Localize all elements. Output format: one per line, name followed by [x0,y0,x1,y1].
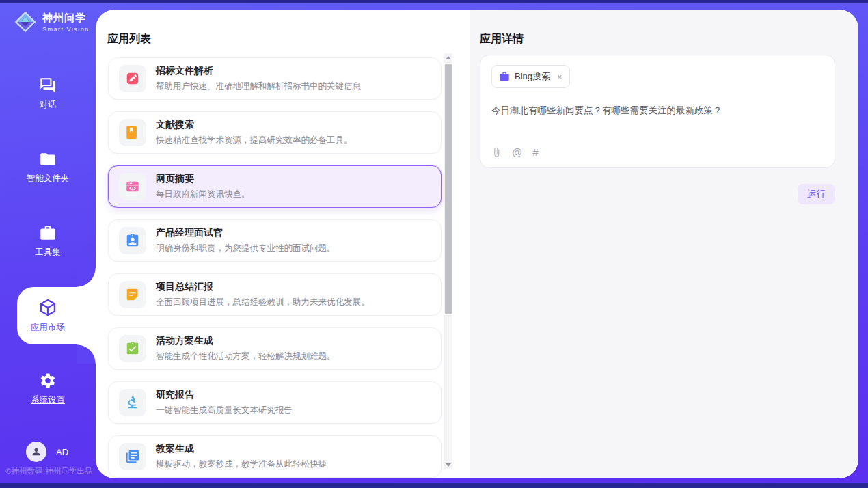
sidebar-item-settings[interactable]: 系统设置 [0,368,96,410]
app-item-description: 智能生成个性化活动方案，轻松解决规划难题。 [156,351,336,362]
document-edit-icon [119,65,146,92]
sidebar-item-toolset[interactable]: 工具集 [0,220,96,262]
app-logo: 神州问学 Smart Vision [14,10,90,33]
tool-tag-bing-search[interactable]: Bing搜索 × [491,65,570,88]
app-item-research-report[interactable]: 研究报告 一键智能生成高质量长文本研究报告 [108,381,442,424]
app-detail-title: 应用详情 [480,32,524,46]
sidebar-item-chat[interactable]: 对话 [0,72,96,115]
book-icon [119,119,146,146]
user-initials: AD [56,447,68,457]
person-icon [31,446,42,457]
app-item-event-plan[interactable]: 活动方案生成 智能生成个性化活动方案，轻松解决规划难题。 [108,327,442,370]
app-item-description: 模板驱动，教案秒成，教学准备从此轻松快捷 [156,459,327,470]
app-item-title: 教案生成 [156,443,327,455]
prompt-card: Bing搜索 × 今日湖北有哪些新闻要点？有哪些需要关注的最新政策？ @ # [480,55,835,168]
scrollbar-thumb[interactable] [445,64,452,314]
app-item-pm-interviewer[interactable]: 产品经理面试官 明确身份和职责，为您提供专业性的面试问题。 [108,219,442,262]
logo-diamond-icon [14,10,37,33]
app-item-description: 明确身份和职责，为您提供专业性的面试问题。 [156,243,336,254]
bottom-border-bar [0,483,868,488]
app-item-description: 每日政府新闻资讯快查。 [156,189,250,200]
cube-icon [38,298,57,317]
app-item-title: 产品经理面试官 [156,227,336,239]
app-item-title: 研究报告 [156,389,293,401]
app-item-description: 快速精准查找学术资源，提高研究效率的必备工具。 [156,135,353,146]
scroll-up-arrow[interactable] [444,53,452,62]
user-account[interactable]: AD [26,442,68,462]
bubble-notch-bottom [77,344,96,364]
app-list: 招标文件解析 帮助用户快速、准确地理解和解析招标书中的关键信息 文献搜索 快速精… [108,57,442,478]
app-detail-panel: 应用详情 Bing搜索 × 今日湖北有哪些新闻要点？有哪些需要关注的最新政策？ … [470,10,858,478]
briefcase-icon [499,71,510,82]
app-item-project-summary[interactable]: 项目总结汇报 全面回顾项目进展，总结经验教训，助力未来优化发展。 [108,273,442,316]
app-item-bid-document-parsing[interactable]: 招标文件解析 帮助用户快速、准确地理解和解析招标书中的关键信息 [108,57,442,100]
app-item-title: 活动方案生成 [156,335,336,347]
query-text[interactable]: 今日湖北有哪些新闻要点？有哪些需要关注的最新政策？ [491,105,824,117]
sidebar-item-label: 工具集 [35,247,61,258]
app-item-web-summary[interactable]: 网页摘要 每日政府新闻资讯快查。 [108,165,442,208]
scroll-down-arrow[interactable] [444,461,452,469]
hash-icon[interactable]: # [532,146,538,158]
input-toolbar: @ # [491,146,539,158]
main-content-card: 应用列表 招标文件解析 帮助用户快速、准确地理解和解析招标书中的关键信息 文献搜… [96,10,858,478]
gear-icon [39,372,57,390]
app-list-title: 应用列表 [107,32,151,46]
app-list-panel: 应用列表 招标文件解析 帮助用户快速、准确地理解和解析招标书中的关键信息 文献搜… [96,10,470,478]
app-list-scrollbar[interactable] [444,53,452,469]
paperclip-icon[interactable] [491,147,502,157]
top-border-bar [0,0,868,3]
sidebar: 神州问学 Smart Vision 对话 智能文件夹 工具集 应用市场 [0,0,96,488]
app-item-literature-search[interactable]: 文献搜索 快速精准查找学术资源，提高研究效率的必备工具。 [108,111,442,154]
resume-icon [119,227,146,254]
notepad-icon [119,281,146,308]
sidebar-item-label: 智能文件夹 [27,173,70,185]
app-item-description: 全面回顾项目进展，总结经验教训，助力未来优化发展。 [156,297,370,308]
app-item-description: 一键智能生成高质量长文本研究报告 [156,405,293,416]
books-icon [119,443,146,470]
copyright-footer: ©神州数码·神州问学出品 [5,466,92,476]
clipboard-check-icon [119,335,146,362]
app-item-lesson-plan[interactable]: 教案生成 模板驱动，教案秒成，教学准备从此轻松快捷 [108,435,442,478]
app-item-title: 文献搜索 [156,119,353,131]
app-item-title: 招标文件解析 [156,65,361,77]
tool-tag-label: Bing搜索 [515,70,550,83]
app-item-description: 帮助用户快速、准确地理解和解析招标书中的关键信息 [156,81,361,92]
sidebar-item-app-market[interactable]: 应用市场 [0,295,96,337]
logo-subtitle: Smart Vision [42,26,90,33]
avatar [26,442,46,462]
app-item-title: 网页摘要 [156,173,250,185]
sidebar-item-label: 系统设置 [31,394,65,406]
run-button[interactable]: 运行 [798,184,835,204]
browser-code-icon [119,173,146,200]
mention-icon[interactable]: @ [512,146,522,158]
logo-title: 神州问学 [42,12,90,25]
chat-icon [39,77,57,94]
toolbox-icon [39,224,57,242]
sidebar-item-label: 应用市场 [31,322,65,334]
sidebar-item-label: 对话 [40,99,57,111]
sidebar-item-smart-folder[interactable]: 智能文件夹 [0,146,96,189]
folder-icon [39,150,57,168]
close-icon[interactable]: × [557,72,562,81]
bubble-notch-top [77,268,96,287]
microscope-icon [119,389,146,416]
app-item-title: 项目总结汇报 [156,281,370,293]
